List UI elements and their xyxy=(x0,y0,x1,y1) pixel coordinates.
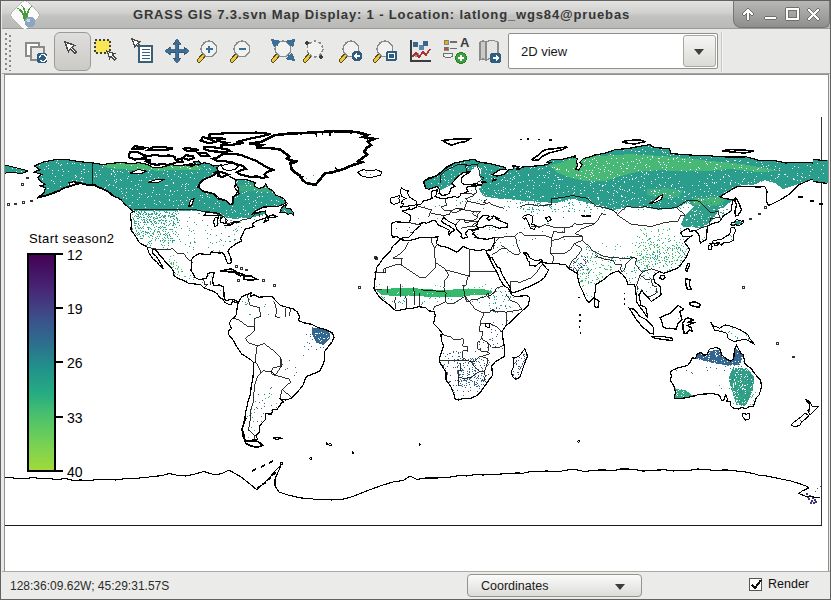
svg-text:A: A xyxy=(460,35,470,50)
